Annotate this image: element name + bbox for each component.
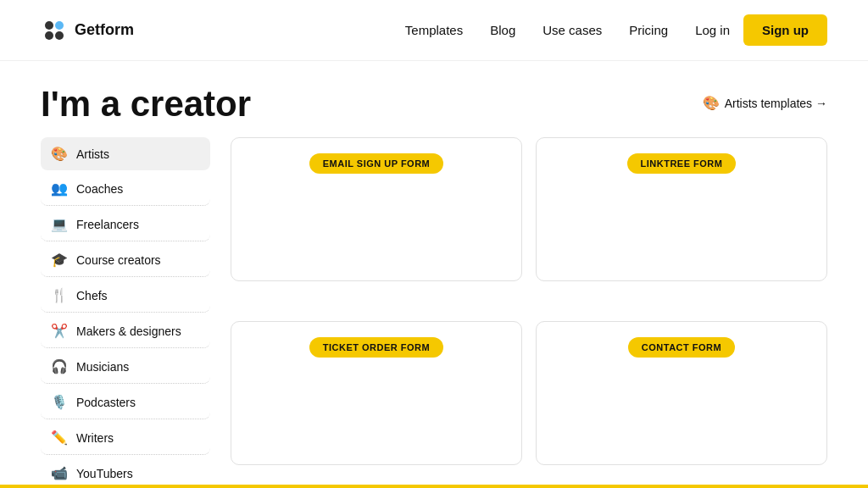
logo-icon (41, 17, 68, 44)
template-badge-ticket-order: TICKET ORDER FORM (309, 337, 443, 358)
template-card-linktree[interactable]: LINKTREE FORM (536, 137, 827, 281)
main-nav: Getform Templates Blog Use cases Pricing… (0, 0, 868, 61)
artists-icon: 🎨 (51, 146, 68, 162)
page-header: I'm a creator 🎨 Artists templates → (41, 61, 827, 137)
artists-link-text: Artists templates → (725, 97, 827, 110)
template-card-ticket-order[interactable]: TICKET ORDER FORM (231, 321, 522, 465)
login-button[interactable]: Log in (695, 23, 730, 37)
palette-icon: 🎨 (703, 95, 720, 111)
content-area: 🎨 Artists 👥 Coaches 💻 Freelancers 🎓 Cour… (41, 137, 827, 488)
svg-point-0 (45, 21, 53, 30)
signup-button[interactable]: Sign up (743, 14, 827, 46)
template-badge-contact: CONTACT FORM (628, 337, 735, 358)
sidebar-item-label: Course creators (76, 253, 161, 267)
nav-link-use-cases[interactable]: Use cases (542, 23, 602, 37)
sidebar-item-freelancers[interactable]: 💻 Freelancers (41, 208, 210, 241)
sidebar-item-label: Artists (76, 147, 109, 161)
svg-point-3 (55, 31, 64, 40)
sidebar-item-musicians[interactable]: 🎧 Musicians (41, 350, 210, 384)
nav-actions: Log in Sign up (695, 14, 827, 46)
artists-templates-link[interactable]: 🎨 Artists templates → (703, 95, 827, 111)
course-creators-icon: 🎓 (51, 252, 68, 268)
sidebar-item-label: Coaches (76, 182, 123, 196)
sidebar-item-label: Writers (76, 431, 114, 445)
sidebar: 🎨 Artists 👥 Coaches 💻 Freelancers 🎓 Cour… (41, 137, 210, 488)
template-badge-linktree: LINKTREE FORM (627, 153, 737, 174)
nav-links: Templates Blog Use cases Pricing (405, 23, 668, 37)
musicians-icon: 🎧 (51, 358, 68, 374)
sidebar-item-label: Chefs (76, 289, 108, 302)
nav-link-pricing[interactable]: Pricing (629, 23, 668, 37)
makers-designers-icon: ✂️ (51, 323, 68, 339)
freelancers-icon: 💻 (51, 216, 68, 232)
sidebar-item-youtubers[interactable]: 📹 YouTubers (41, 457, 210, 488)
svg-point-1 (55, 21, 64, 30)
sidebar-item-artists[interactable]: 🎨 Artists (41, 137, 210, 170)
template-card-contact[interactable]: CONTACT FORM (536, 321, 827, 465)
writers-icon: ✏️ (51, 430, 68, 446)
sidebar-item-label: Podcasters (76, 396, 136, 409)
template-card-email-signup[interactable]: EMAIL SIGN UP FORM (231, 137, 522, 281)
podcasters-icon: 🎙️ (51, 394, 68, 410)
sidebar-item-label: Makers & designers (76, 324, 181, 338)
youtubers-icon: 📹 (51, 465, 68, 481)
sidebar-item-podcasters[interactable]: 🎙️ Podcasters (41, 385, 210, 419)
sidebar-item-coaches[interactable]: 👥 Coaches (41, 172, 210, 206)
svg-point-2 (45, 31, 53, 40)
sidebar-item-chefs[interactable]: 🍴 Chefs (41, 279, 210, 313)
nav-link-blog[interactable]: Blog (490, 23, 515, 37)
nav-link-templates[interactable]: Templates (405, 23, 463, 37)
coaches-icon: 👥 (51, 180, 68, 197)
sidebar-item-writers[interactable]: ✏️ Writers (41, 421, 210, 455)
template-badge-email-signup: EMAIL SIGN UP FORM (309, 153, 444, 174)
templates-grid: EMAIL SIGN UP FORM LINKTREE FORM TICKET … (231, 137, 827, 488)
bottom-bar (0, 485, 868, 488)
main-content: I'm a creator 🎨 Artists templates → 🎨 Ar… (0, 61, 868, 488)
logo-area[interactable]: Getform (41, 17, 134, 44)
chefs-icon: 🍴 (51, 287, 68, 303)
page-title: I'm a creator (41, 85, 251, 124)
sidebar-item-course-creators[interactable]: 🎓 Course creators (41, 243, 210, 277)
sidebar-item-label: Freelancers (76, 218, 139, 231)
sidebar-item-label: Musicians (76, 360, 129, 374)
sidebar-item-makers-designers[interactable]: ✂️ Makers & designers (41, 314, 210, 348)
sidebar-item-label: YouTubers (76, 467, 133, 480)
logo-text: Getform (75, 21, 134, 39)
